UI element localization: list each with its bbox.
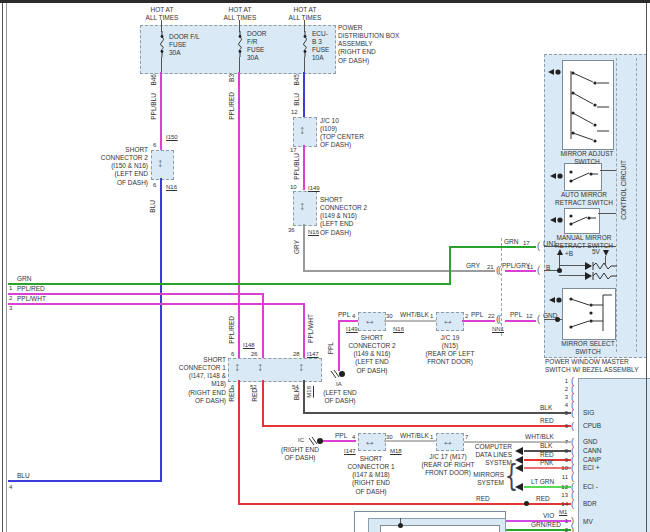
- pin-bracket-icon: (: [571, 473, 573, 482]
- wire-label-red-1: RED: [229, 388, 236, 402]
- fuse1-lead-b: [161, 57, 162, 72]
- wire-label-lt-grn: LT GRN: [531, 478, 554, 486]
- wire-label-pnk: PNK: [540, 459, 553, 467]
- pin-10: 10: [556, 465, 568, 471]
- code-i148: I148: [243, 342, 255, 348]
- fuse2-icon: [235, 31, 245, 57]
- down-arrow-icon: [602, 250, 610, 257]
- code-n16-upper: N16: [308, 229, 319, 235]
- wire-gry-horiz: [303, 270, 495, 272]
- wire4-num: 4: [9, 484, 12, 490]
- pin-2-jc19: 2: [465, 313, 468, 319]
- code-i150: I150: [166, 134, 178, 140]
- terminal-mv: MV: [583, 518, 593, 526]
- code-i147-low: I147: [344, 448, 356, 454]
- short-connector-1-label: SHORT CONNECTOR 1 (I147, I148 & M18) (RI…: [150, 356, 226, 405]
- wire-label-b46: B46: [151, 74, 158, 86]
- wire-blk-sig: [303, 412, 571, 414]
- wire-label-gry: GRY: [294, 240, 301, 254]
- control-circuit-label: CONTROL CIRCUIT: [621, 160, 628, 220]
- pin-11: 11: [556, 474, 568, 480]
- junction-dot: [524, 501, 529, 506]
- code-m18-low: M18: [390, 448, 402, 454]
- pin-bracket-icon: (: [571, 422, 573, 431]
- pin-4: 4: [556, 402, 568, 408]
- lin1-label: LIN1: [543, 240, 557, 248]
- pin-10-i149: 10: [290, 184, 297, 190]
- terminal-bdr: BDR: [583, 500, 597, 508]
- left-border-2: [6, 3, 7, 532]
- auto-retract-contacts: [565, 164, 599, 188]
- connector-arrow-icon: ↕: [299, 124, 305, 136]
- manual-retract-contacts: [565, 209, 597, 231]
- wire-blu-horiz4: [8, 480, 162, 482]
- pin-13: 13: [556, 492, 568, 498]
- wire-label-grn-red: GRN/RED: [531, 521, 561, 529]
- power-window-master-switch-label: POWER WINDOW MASTER SWITCH W/ BEZEL ASSE…: [545, 358, 649, 374]
- pin-26-i148: 26: [251, 351, 258, 357]
- pin-bracket-icon: (: [537, 242, 539, 251]
- junction-dot: [398, 523, 403, 528]
- link-line-auto: [600, 170, 616, 171]
- hot-at-all-times-3: HOT AT ALL TIMES: [275, 6, 335, 22]
- b-terminal-label: B: [546, 264, 550, 272]
- wire-label-wht-blk-gnd: WHT/BLK: [525, 433, 554, 441]
- top-border: [0, 0, 650, 3]
- wire-blu-col1: [160, 178, 162, 482]
- switch-common-icon: [550, 172, 565, 180]
- fuse2-label: DOOR F/R FUSE 30A: [247, 30, 267, 63]
- switch-common-icon: [550, 216, 565, 224]
- pin-bracket-icon: ): [571, 526, 573, 532]
- ground-ia-location: (LEFT END OF DASH): [318, 389, 362, 405]
- code-i149-mid: I149: [346, 326, 358, 332]
- wire3-num: 3: [9, 305, 12, 311]
- wire-label-ppl-gry: PPL/GRY: [502, 262, 530, 270]
- wire-grn-horiz2: [449, 246, 536, 248]
- pin-12: 12: [556, 484, 568, 490]
- fuse3-icon: [300, 31, 310, 57]
- terminal-eci-plus: ECI +: [583, 464, 599, 472]
- short-connector-2-upper: [293, 191, 317, 226]
- code-n16-mid: N16: [393, 326, 404, 332]
- wire-label-gry-h: GRY: [466, 262, 480, 270]
- wire4-color: BLU: [17, 472, 30, 480]
- connector-arrow-icon: ↔: [442, 435, 454, 447]
- wire-label-ppl-wht-2: PPL/WHT: [308, 314, 315, 343]
- wire-ppl-row-b: [462, 320, 495, 322]
- wire-blk-col3: [303, 380, 305, 413]
- left-border-1: [2, 3, 3, 532]
- wire-label-blk-1: BLK: [294, 388, 301, 400]
- mirror-select-switch-label: MIRROR SELECT SWITCH: [558, 340, 618, 356]
- wire2-num: 2: [9, 295, 12, 301]
- connector-arrow-icon: ↕: [257, 361, 263, 373]
- pin-7-jc17: 7: [465, 434, 468, 440]
- control-circuit-lane-r: [636, 58, 637, 352]
- wire-label-ppl-a: PPL: [338, 311, 350, 319]
- code-m1: M1: [559, 509, 567, 515]
- wire-label-red-2: RED: [252, 388, 259, 402]
- mirror-adjust-switch-contacts: [563, 61, 611, 147]
- wire-blu-col3: [303, 72, 305, 117]
- wire-label-b45: B45: [294, 74, 301, 86]
- wire-ppl-red-horiz: [8, 293, 264, 295]
- inline-connector-nn1-line: [501, 238, 502, 336]
- switch-common-icon: [548, 68, 563, 76]
- pin-3: 3: [556, 394, 568, 400]
- wire-red-bdr: [238, 503, 571, 505]
- terminal-cann: CANN: [583, 447, 601, 455]
- pin-12-gnd: 12: [526, 313, 533, 319]
- pin-2: 2: [556, 386, 568, 392]
- wire-ppl-wht-horiz: [8, 303, 305, 305]
- wire-label-blu-2: BLU: [294, 93, 301, 106]
- wire-gry-vert: [303, 224, 305, 272]
- wire-label-wht-blk-a: WHT/BLK: [400, 311, 429, 319]
- wire-wht-blk-row-b: [384, 440, 436, 442]
- wire-label-b3: B3: [229, 74, 236, 82]
- wire-ppl-wht-vert: [303, 303, 305, 358]
- wire-label-blk-cann: BLK: [540, 442, 552, 450]
- wire-grn-vert: [449, 246, 451, 285]
- pin-bracket-icon: (: [537, 266, 539, 275]
- wire-ppl-red-col2: [238, 72, 240, 358]
- five-v-label: 5V: [592, 248, 600, 256]
- pin-14: 14: [556, 501, 568, 507]
